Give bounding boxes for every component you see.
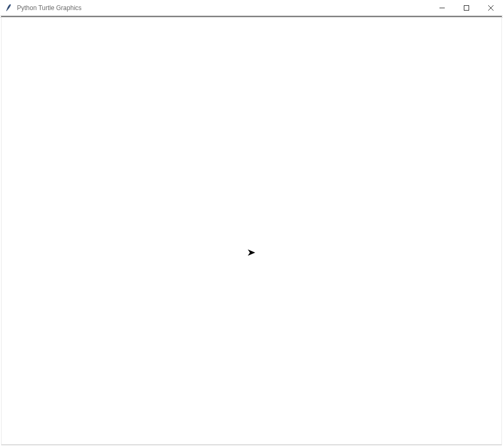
window-controls xyxy=(430,0,503,15)
titlebar-left: Python Turtle Graphics xyxy=(4,4,82,12)
close-button[interactable] xyxy=(479,0,503,16)
svg-marker-4 xyxy=(248,249,255,256)
titlebar: Python Turtle Graphics xyxy=(0,0,503,16)
turtle-cursor-icon xyxy=(248,249,256,259)
minimize-button[interactable] xyxy=(430,0,454,16)
maximize-button[interactable] xyxy=(454,0,479,16)
python-feather-icon xyxy=(4,4,13,12)
svg-rect-1 xyxy=(464,6,469,11)
window-title: Python Turtle Graphics xyxy=(17,4,82,12)
turtle-canvas[interactable] xyxy=(1,17,502,445)
